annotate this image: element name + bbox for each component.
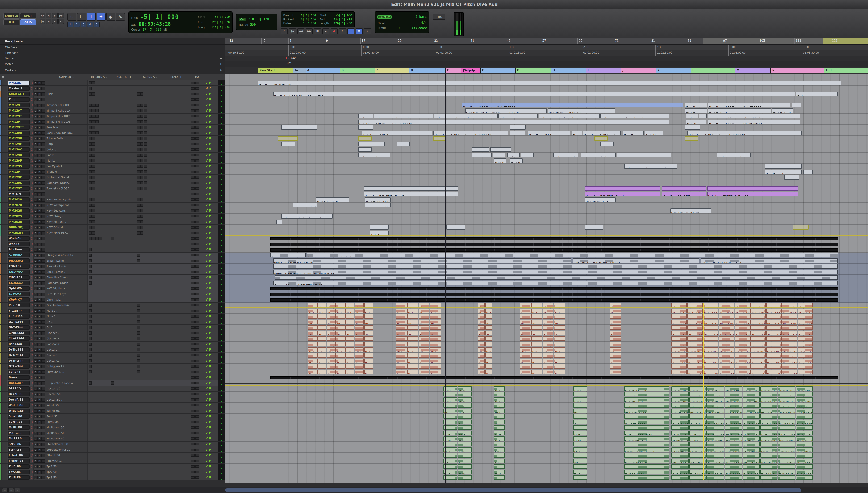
track-record-button[interactable] <box>30 352 34 358</box>
audio-clip[interactable]: Main Menu v2.02 Sus <box>670 209 711 213</box>
pan-view-toggle[interactable]: P <box>209 304 211 307</box>
audio-clip[interactable]: Decca 84_22-3 <box>672 347 687 352</box>
track-name-button[interactable]: STRW02 <box>8 253 29 257</box>
tempo-event[interactable]: ◆♩ 130 <box>286 56 296 59</box>
audio-clip[interactable]: DeccaL.84_22-3 <box>796 386 813 391</box>
audio-clip[interactable]: Decca 84_22-3 <box>687 359 703 363</box>
track-io-cell[interactable] <box>190 358 204 363</box>
track-io-cell[interactable] <box>190 91 204 97</box>
audio-clip[interactable]: Dec <box>396 353 407 358</box>
inserts-a-e-slot[interactable] <box>95 109 98 112</box>
track-automation-button[interactable] <box>41 408 45 413</box>
track-record-button[interactable] <box>30 208 34 213</box>
track-row[interactable]: ··TimpSMVP <box>0 97 225 103</box>
audio-clip[interactable]: Sur <box>543 370 554 374</box>
track-solo-button[interactable]: S <box>34 152 38 158</box>
track-io-cell[interactable] <box>190 325 204 330</box>
track-automation-button[interactable] <box>41 197 45 202</box>
track-record-button[interactable] <box>30 103 34 108</box>
audio-clip[interactable]: Bas <box>318 342 326 346</box>
audio-clip[interactable]: Tpt3.84_22-3 <box>672 475 689 480</box>
track-row[interactable]: ··MM129TTSMTam Tam..VP <box>0 125 225 130</box>
audio-clip[interactable]: Obo <box>336 325 345 330</box>
track-name-button[interactable]: OpM WA <box>8 286 29 291</box>
inserts-a-e-slot[interactable] <box>95 115 98 118</box>
audio-clip[interactable]: Main Menu <box>472 147 489 152</box>
volume-view-toggle[interactable]: V <box>206 165 208 168</box>
audio-clip[interactable]: Main Mer <box>645 131 663 135</box>
audio-clip[interactable]: FHor <box>573 458 587 463</box>
audio-clip[interactable]: Flute 2.84_22-3 <box>672 308 687 313</box>
volume-view-toggle[interactable]: V <box>206 270 208 274</box>
audio-clip[interactable]: DeccaC.84_22-3 <box>707 392 724 396</box>
track-io-cell[interactable] <box>190 347 204 352</box>
volume-view-toggle[interactable]: V <box>206 109 208 112</box>
audio-clip[interactable]: FHornR.84_22-3 <box>725 458 742 463</box>
track-record-button[interactable] <box>30 142 34 147</box>
audio-clip[interactable]: Tpt3.77_15-01 <box>624 475 669 480</box>
audio-clip[interactable]: Obo <box>430 320 441 324</box>
inserts-a-e-slot[interactable] <box>89 104 92 107</box>
audio-clip[interactable]: Obo <box>531 325 542 330</box>
inserts-a-e-slot[interactable] <box>89 231 92 235</box>
audio-clip[interactable]: Dec <box>364 347 373 352</box>
track-solo-button[interactable]: S <box>34 419 38 425</box>
track-name-button[interactable]: Clrnt2344 <box>8 331 29 335</box>
sends-a-e-slot[interactable] <box>144 181 147 185</box>
sends-a-e-slot[interactable] <box>137 343 140 346</box>
audio-clip[interactable]: StereoRoomL.84_22-3 <box>796 442 813 447</box>
volume-view-toggle[interactable]: V <box>206 459 208 463</box>
audio-clip[interactable]: M <box>493 153 505 157</box>
audio-clip[interactable]: Main Menu v1.29 Bass Drum Hits CLOSE-04 <box>687 131 801 135</box>
edit-track-lane[interactable] <box>225 241 868 247</box>
audio-clip[interactable]: Decca 84_22-3 <box>750 353 766 358</box>
edit-track-lane[interactable]: Main Menu v1.29 Timpani Hits CLOSE-06Mai… <box>225 119 868 125</box>
pan-view-toggle[interactable]: P <box>209 454 211 457</box>
track-solo-button[interactable]: S <box>34 381 38 386</box>
audio-clip[interactable]: MidRoomL.84_22-3 <box>725 425 742 430</box>
audio-clip[interactable]: StereoRoomL.84_22-3 <box>743 442 760 447</box>
sends-a-e-slot[interactable] <box>137 220 140 223</box>
nudge-value[interactable]: 500 <box>250 23 256 26</box>
edit-track-lane[interactable]: SurrSurrSurrSurrSurrL.77_15-01SurrL.84_2… <box>225 414 868 419</box>
audio-clip[interactable]: Dec <box>407 347 418 352</box>
track-automation-button[interactable] <box>41 475 45 480</box>
audio-clip[interactable]: Decca 84_22-3 <box>766 359 781 363</box>
track-row[interactable]: ··O1+E344SMOb 1..VP <box>0 319 225 325</box>
audio-clip[interactable]: WideR.84_22-3 <box>725 409 742 413</box>
track-solo-button[interactable]: S <box>34 230 38 236</box>
inserts-a-e-slot[interactable] <box>92 154 95 157</box>
audio-clip[interactable]: Delayed f <box>447 225 465 230</box>
audio-clip[interactable]: Flute 2.84_22-3 <box>703 308 718 313</box>
sends-a-e-slot[interactable] <box>137 115 140 118</box>
audio-clip[interactable]: DeccaR.84_22-3 <box>725 398 742 402</box>
scrubber-tool[interactable]: ◉ <box>106 13 115 21</box>
pan-view-toggle[interactable]: P <box>209 359 211 362</box>
track-io-cell[interactable] <box>190 391 204 397</box>
volume-view-toggle[interactable]: V <box>206 348 208 351</box>
track-row[interactable]: ··MdRR86SMMidRoomR.50..VP <box>0 436 225 442</box>
audio-clip[interactable]: Clarine 1.84_22-3 <box>782 336 797 341</box>
audio-clip[interactable]: Main Menu v2.02 <box>528 131 570 135</box>
track-solo-button[interactable]: S <box>34 169 38 174</box>
track-name-button[interactable]: DL88CQ <box>8 386 29 391</box>
pan-view-toggle[interactable]: P <box>209 443 211 446</box>
audio-clip[interactable]: Flute 2.84_22-3 <box>750 308 766 313</box>
track-mute-button[interactable]: M <box>38 352 41 358</box>
audio-clip[interactable]: DeccaR.84_22-3 <box>778 398 795 402</box>
audio-clip[interactable]: Fl <box>318 303 326 307</box>
track-name-button[interactable]: MM129O <box>8 175 29 179</box>
audio-clip[interactable]: Decca 84_22-3 <box>750 359 766 363</box>
audio-clip[interactable]: Main Menu TOMBEKS - Tree-04 <box>585 192 660 196</box>
audio-clip[interactable]: Flut <box>543 314 554 319</box>
audio-clip[interactable]: Clarine 1.84_22-3 <box>687 336 703 341</box>
audio-clip[interactable]: Oboa 2.84_22-3 <box>782 325 797 330</box>
ruler-name-timecode[interactable]: Timecode <box>0 50 225 56</box>
audio-clip[interactable]: Cla <box>610 331 622 335</box>
edit-track-lane[interactable]: Cathedral Organ - MAIN MENU.02_01 <box>225 280 868 286</box>
audio-clip[interactable]: Main Menu v1.29 Bass Drum Hits CLOSE-02 <box>433 131 508 135</box>
track-solo-button[interactable]: S <box>34 253 38 258</box>
sends-a-e-slot[interactable] <box>144 115 147 118</box>
track-solo-button[interactable]: S <box>34 91 38 97</box>
track-io-cell[interactable] <box>190 236 204 241</box>
